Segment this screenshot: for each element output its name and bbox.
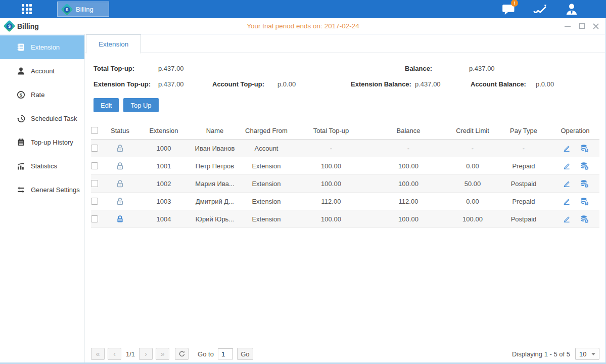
cell-extension: 1003 <box>136 198 191 205</box>
edit-pencil-icon[interactable] <box>562 161 571 170</box>
header-charged-from: Charged From <box>239 127 294 134</box>
edit-button[interactable]: Edit <box>94 98 119 112</box>
table-row: 1001 Петр Петров Extension 100.00 100.00… <box>91 157 599 175</box>
lock-status-icon <box>116 215 124 223</box>
cell-credit-limit: 100.00 <box>449 215 496 223</box>
pagination-bar: « ‹ 1/1 › » Go to Go Displaying 1 - 5 of… <box>91 348 599 360</box>
sidebar-item-extension[interactable]: Extension <box>0 35 84 59</box>
sidebar-item-scheduled-task[interactable]: Scheduled Task <box>0 107 84 130</box>
cell-extension: 1004 <box>136 215 191 223</box>
sidebar-item-topup-history[interactable]: Top-up History <box>0 130 84 154</box>
account-balance-label: Account Balance: <box>471 80 536 88</box>
statistics-bars-icon <box>17 162 25 170</box>
main-content: Extension Total Top-up: p.437.00 Balance… <box>85 34 606 364</box>
tab-strip: Extension <box>85 34 606 53</box>
table-row: 1000 Иван Иванов Account - - - - $ <box>91 140 599 157</box>
cell-charged-from: Account <box>239 145 294 152</box>
page-size-value: 10 <box>579 350 586 358</box>
scheduled-task-clock-icon <box>17 114 25 123</box>
prev-page-button[interactable]: ‹ <box>108 348 121 360</box>
cell-name: Мария Ива... <box>191 180 239 188</box>
extensions-table: Status Extension Name Charged From Total… <box>91 122 599 228</box>
top-up-coins-icon[interactable]: $ <box>580 197 589 206</box>
close-button[interactable] <box>592 22 600 30</box>
account-balance-value: p.0.00 <box>536 80 554 88</box>
header-operation: Operation <box>551 127 599 134</box>
top-up-button[interactable]: Top Up <box>123 98 158 112</box>
notification-badge: ! <box>511 0 518 7</box>
taskbar-tab-billing[interactable]: $ Billing <box>57 2 109 17</box>
sidebar-item-label: Account <box>31 67 55 75</box>
maximize-button[interactable] <box>578 22 586 30</box>
row-checkbox[interactable] <box>91 180 98 187</box>
sidebar-item-account[interactable]: Account <box>0 59 84 83</box>
account-topup-label: Account Top-up: <box>212 80 277 88</box>
minimize-button[interactable] <box>564 22 572 30</box>
select-all-checkbox[interactable] <box>91 127 98 134</box>
edit-pencil-icon[interactable] <box>562 179 571 188</box>
messages-icon[interactable]: ! <box>501 3 517 16</box>
next-page-button[interactable]: › <box>139 348 153 360</box>
header-status: Status <box>104 127 136 134</box>
cell-balance: 100.00 <box>368 162 449 170</box>
row-checkbox[interactable] <box>91 198 98 205</box>
lock-status-icon <box>116 162 124 170</box>
sidebar-item-statistics[interactable]: Statistics <box>0 154 84 178</box>
window-title: Billing <box>17 22 39 30</box>
user-icon[interactable] <box>564 3 580 16</box>
billing-summary: Total Top-up: p.437.00 Balance: p.437.00… <box>94 61 599 92</box>
edit-pencil-icon[interactable] <box>562 214 571 223</box>
cell-name: Юрий Юрь... <box>191 215 239 223</box>
cell-balance: 112.00 <box>368 198 449 205</box>
apps-grid-icon[interactable] <box>18 0 36 18</box>
go-button[interactable]: Go <box>237 348 253 360</box>
refresh-button[interactable] <box>175 348 189 360</box>
cell-total-topup: - <box>294 145 368 152</box>
top-up-coins-icon[interactable]: $ <box>580 161 589 170</box>
balance-label: Balance: <box>405 65 469 72</box>
taskbar-tab-label: Billing <box>76 6 94 13</box>
row-checkbox[interactable] <box>91 162 98 169</box>
top-up-coins-icon[interactable]: $ <box>580 179 589 188</box>
cell-extension: 1000 <box>136 145 191 152</box>
cell-name: Иван Иванов <box>191 145 239 152</box>
billing-app-icon: $ <box>61 3 73 15</box>
rate-dollar-icon: $ <box>17 90 25 99</box>
titlebar: $ Billing Your trial period ends on: 201… <box>0 18 606 34</box>
edit-pencil-icon[interactable] <box>562 144 571 153</box>
lock-status-icon <box>116 179 124 188</box>
sidebar-item-general-settings[interactable]: General Settings <box>0 178 84 202</box>
cell-pay-type: - <box>496 145 551 152</box>
displaying-status: Displaying 1 - 5 of 5 <box>512 350 570 358</box>
tab-extension[interactable]: Extension <box>86 34 141 54</box>
cell-total-topup: 100.00 <box>294 180 368 188</box>
extension-balance-value: p.437.00 <box>415 80 471 88</box>
row-checkbox[interactable] <box>91 215 98 222</box>
taskbar: $ Billing ! <box>0 0 606 18</box>
cell-charged-from: Extension <box>239 180 294 188</box>
topup-history-notebook-icon <box>17 138 25 147</box>
cell-credit-limit: 50.00 <box>449 180 496 188</box>
sidebar-item-label: Top-up History <box>31 139 73 146</box>
extension-balance-label: Extension Balance: <box>351 80 415 88</box>
cell-pay-type: Prepaid <box>496 198 551 205</box>
row-checkbox[interactable] <box>91 145 98 152</box>
header-pay-type: Pay Type <box>496 127 551 134</box>
top-up-coins-icon[interactable]: $ <box>580 144 589 153</box>
last-page-button[interactable]: » <box>156 348 169 360</box>
maximize-icon <box>579 23 585 29</box>
top-up-coins-icon[interactable]: $ <box>580 214 589 223</box>
extension-ledger-icon <box>17 43 25 52</box>
statistics-chart-icon[interactable] <box>532 3 548 16</box>
page-size-select[interactable]: 10 <box>575 348 599 360</box>
sidebar-item-rate[interactable]: $ Rate <box>0 83 84 107</box>
goto-page-input[interactable] <box>218 348 233 359</box>
sidebar: Extension Account $ Rate Scheduled Task … <box>0 34 85 364</box>
cell-extension: 1001 <box>136 162 191 170</box>
first-page-button[interactable]: « <box>91 348 105 360</box>
cell-pay-type: Postpaid <box>496 215 551 223</box>
total-topup-value: p.437.00 <box>158 65 212 72</box>
cell-balance: 100.00 <box>368 180 449 188</box>
goto-label: Go to <box>198 350 214 358</box>
edit-pencil-icon[interactable] <box>562 197 571 206</box>
